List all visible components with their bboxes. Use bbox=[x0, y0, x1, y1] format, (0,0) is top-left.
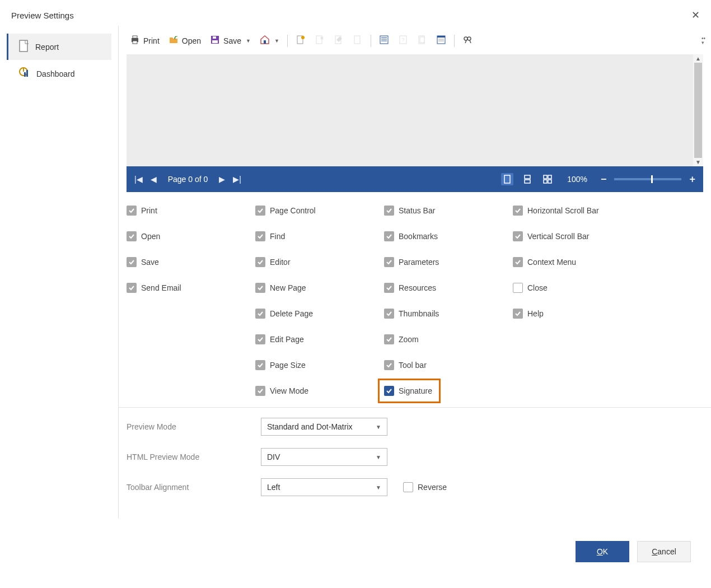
edit-page-button[interactable] bbox=[330, 32, 347, 49]
preview-area: ▲ ▼ bbox=[127, 54, 703, 166]
toolbar: Print Open Save ▼ ▼ bbox=[119, 26, 711, 54]
delete-page-button[interactable] bbox=[311, 32, 328, 49]
checkbox-view-mode[interactable] bbox=[255, 386, 265, 396]
svg-line-31 bbox=[465, 40, 466, 43]
resources-icon bbox=[417, 35, 427, 46]
checkbox-status-bar[interactable] bbox=[384, 206, 394, 216]
svg-rect-3 bbox=[24, 72, 26, 77]
reverse-checkbox[interactable] bbox=[403, 482, 413, 492]
scroll-down-icon[interactable]: ▼ bbox=[695, 159, 701, 165]
page-control-bar: |◀ ◀ Page 0 of 0 ▶ ▶| 100% − + bbox=[127, 166, 703, 192]
first-page-icon[interactable]: |◀ bbox=[134, 175, 143, 184]
editor-icon bbox=[379, 35, 389, 46]
svg-text:?: ? bbox=[401, 37, 404, 43]
chevron-down-icon: ▼ bbox=[246, 38, 251, 44]
sidebar-item-report[interactable]: Report bbox=[7, 34, 111, 60]
checkbox-context-menu[interactable] bbox=[513, 257, 523, 267]
chevron-down-icon: ▼ bbox=[376, 424, 381, 430]
send-email-button[interactable]: ▼ bbox=[256, 32, 283, 49]
sidebar-item-dashboard[interactable]: Dashboard bbox=[7, 61, 111, 86]
last-page-icon[interactable]: ▶| bbox=[233, 175, 241, 184]
next-page-icon[interactable]: ▶ bbox=[219, 175, 225, 184]
find-button[interactable] bbox=[459, 32, 476, 49]
checkbox-label: Resources bbox=[399, 283, 436, 292]
svg-point-13 bbox=[301, 36, 305, 39]
checkbox-horizontal-scroll-bar[interactable] bbox=[513, 206, 523, 216]
resources-button[interactable] bbox=[414, 32, 431, 49]
checkbox-label: Context Menu bbox=[527, 258, 576, 267]
print-button[interactable]: Print bbox=[127, 32, 163, 49]
svg-rect-9 bbox=[212, 40, 218, 43]
checkbox-send-email[interactable] bbox=[127, 283, 137, 293]
page-size-button[interactable] bbox=[349, 32, 366, 49]
separator bbox=[371, 35, 371, 47]
page-edit-icon bbox=[334, 35, 344, 46]
prev-page-icon[interactable]: ◀ bbox=[151, 175, 157, 184]
checkbox-editor[interactable] bbox=[255, 257, 265, 267]
checkbox-zoom[interactable] bbox=[384, 334, 394, 344]
checkbox-find[interactable] bbox=[255, 231, 265, 241]
new-page-button[interactable] bbox=[292, 32, 309, 49]
view-multiple-icon[interactable] bbox=[541, 173, 554, 185]
checkbox-page-size[interactable] bbox=[255, 360, 265, 370]
folder-open-icon bbox=[169, 35, 179, 46]
save-button[interactable]: Save ▼ bbox=[207, 32, 254, 49]
checkbox-page-control[interactable] bbox=[255, 206, 265, 216]
svg-rect-33 bbox=[504, 175, 510, 183]
svg-rect-38 bbox=[544, 180, 547, 183]
checkbox-close[interactable] bbox=[513, 283, 523, 293]
checkbox-delete-page[interactable] bbox=[255, 309, 265, 319]
page-size-icon bbox=[353, 35, 363, 46]
separator bbox=[287, 35, 288, 47]
checkbox-tool-bar[interactable] bbox=[384, 360, 394, 370]
checkbox-label: Help bbox=[527, 309, 544, 318]
zoom-out-icon[interactable]: − bbox=[601, 174, 607, 185]
preview-mode-select[interactable]: Standard and Dot-Matrix ▼ bbox=[261, 418, 387, 436]
cancel-button[interactable]: Cancel bbox=[637, 541, 691, 562]
checkbox-label: Close bbox=[527, 283, 548, 292]
scroll-thumb[interactable] bbox=[694, 63, 702, 158]
checkbox-edit-page[interactable] bbox=[255, 334, 265, 344]
dialog-footer: OK Cancel bbox=[576, 541, 691, 562]
checkbox-label: Edit Page bbox=[270, 335, 304, 344]
svg-rect-6 bbox=[133, 36, 137, 38]
vertical-scrollbar[interactable]: ▲ ▼ bbox=[693, 54, 703, 166]
checkbox-parameters[interactable] bbox=[384, 257, 394, 267]
checkbox-signature[interactable] bbox=[384, 386, 394, 396]
checkbox-label: Page Size bbox=[270, 361, 306, 370]
open-button[interactable]: Open bbox=[165, 32, 204, 49]
html-preview-mode-label: HTML Preview Mode bbox=[127, 452, 261, 461]
checkbox-save[interactable] bbox=[127, 257, 137, 267]
zoom-label: 100% bbox=[567, 175, 587, 184]
ok-button[interactable]: OK bbox=[576, 541, 629, 562]
toolbar-alignment-label: Toolbar Alignment bbox=[127, 483, 261, 492]
checkbox-help[interactable] bbox=[513, 309, 523, 319]
checkbox-open[interactable] bbox=[127, 231, 137, 241]
checkbox-new-page[interactable] bbox=[255, 283, 265, 293]
svg-rect-17 bbox=[380, 36, 388, 44]
view-single-icon[interactable] bbox=[501, 173, 513, 185]
checkbox-grid: PrintPage ControlStatus BarHorizontal Sc… bbox=[119, 192, 711, 408]
svg-rect-24 bbox=[420, 37, 424, 43]
checkbox-print[interactable] bbox=[127, 206, 137, 216]
scroll-up-icon[interactable]: ▲ bbox=[695, 55, 701, 62]
checkbox-label: Signature bbox=[399, 386, 432, 395]
checkbox-label: Bookmarks bbox=[399, 232, 438, 241]
zoom-slider[interactable] bbox=[614, 178, 681, 180]
checkbox-vertical-scroll-bar[interactable] bbox=[513, 231, 523, 241]
checkbox-bookmarks[interactable] bbox=[384, 231, 394, 241]
toolbar-alignment-select[interactable]: Left ▼ bbox=[261, 478, 387, 496]
bookmarks-button[interactable] bbox=[433, 32, 450, 49]
svg-rect-35 bbox=[525, 180, 530, 183]
chevron-down-icon: ▼ bbox=[274, 38, 279, 44]
checkbox-resources[interactable] bbox=[384, 283, 394, 293]
editor-button[interactable] bbox=[376, 32, 392, 49]
html-preview-mode-select[interactable]: DIV ▼ bbox=[261, 448, 387, 466]
zoom-in-icon[interactable]: + bbox=[689, 174, 695, 185]
close-icon[interactable]: ✕ bbox=[691, 9, 700, 21]
sidebar-item-label: Dashboard bbox=[36, 69, 75, 78]
view-continuous-icon[interactable] bbox=[521, 173, 534, 185]
parameters-button[interactable]: ? bbox=[395, 32, 411, 49]
checkbox-label: Editor bbox=[270, 258, 291, 267]
checkbox-thumbnails[interactable] bbox=[384, 309, 394, 319]
